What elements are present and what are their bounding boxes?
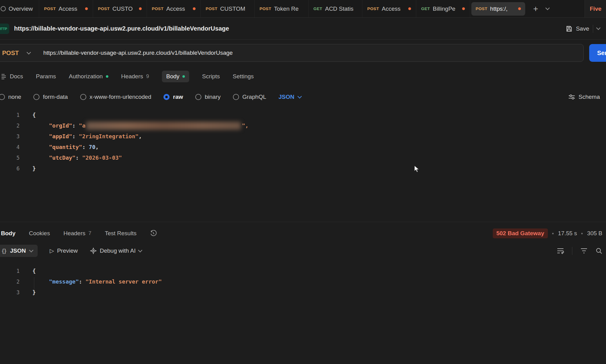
response-tab-headers[interactable]: Headers 7 xyxy=(63,230,91,237)
unsaved-dot xyxy=(462,7,465,10)
tab-title: BillingPe xyxy=(433,6,459,12)
code-line: 5 "utcDay": "2026-03-03" xyxy=(0,152,606,163)
schema-label: Schema xyxy=(578,94,600,100)
tab-docs[interactable]: Docs xyxy=(3,73,23,80)
tab-request[interactable]: POST Access xyxy=(362,0,416,17)
token: { xyxy=(32,268,36,274)
tab-method-label: POST xyxy=(152,6,163,11)
filter-icon xyxy=(580,248,588,254)
filter-button[interactable] xyxy=(580,248,588,254)
token: , xyxy=(95,144,99,150)
new-tab-button[interactable]: + xyxy=(533,5,538,13)
method-chevron-icon xyxy=(27,50,31,54)
method-dropdown[interactable]: POST xyxy=(0,50,38,57)
bodytype-urlencoded[interactable]: x-www-form-urlencoded xyxy=(80,94,152,100)
tab-request-active[interactable]: POST https:/, xyxy=(471,2,525,16)
tab-settings[interactable]: Settings xyxy=(233,73,254,80)
tab-request[interactable]: POST CUSTO xyxy=(93,0,147,17)
request-bar: POST https://billable-vendor-usage-api.u… xyxy=(0,40,606,66)
language-chevron-icon xyxy=(297,94,302,98)
preview-label: Preview xyxy=(57,247,78,254)
token-key: "quantity" xyxy=(49,144,82,150)
app-window: Overview POST Access POST CUSTO POST Acc… xyxy=(0,0,606,364)
code-line: 3 "appId": "2ringIntegration", xyxy=(0,131,606,142)
tab-request[interactable]: POST Access xyxy=(39,0,93,17)
response-tools xyxy=(557,247,606,255)
preview-button[interactable]: ▷ Preview xyxy=(50,247,78,254)
tab-method-label: POST xyxy=(206,6,217,11)
code-line: 2 "message": "Internal server error" xyxy=(0,276,606,287)
send-button[interactable]: Send xyxy=(589,44,606,62)
tab-request[interactable]: GET ACD Statis xyxy=(309,0,362,17)
tab-params[interactable]: Params xyxy=(36,73,56,80)
token: : xyxy=(82,144,89,150)
tab-request[interactable]: POST Token Re xyxy=(255,0,309,17)
tab-authorization[interactable]: Authorization xyxy=(69,73,108,80)
code-line: 2 "orgId": "a", xyxy=(0,120,606,131)
bodytype-binary[interactable]: binary xyxy=(195,94,221,100)
postbot-icon xyxy=(90,247,97,254)
code-line: 1 { xyxy=(0,266,606,276)
response-time: 17.55 s xyxy=(558,230,577,237)
token-key: "orgId" xyxy=(49,122,72,129)
format-chevron-icon xyxy=(29,248,33,252)
debug-with-ai-button[interactable]: Debug with AI xyxy=(90,247,142,254)
response-tab-cookies[interactable]: Cookies xyxy=(29,230,50,237)
bodytype-raw[interactable]: raw xyxy=(163,94,183,100)
environment-selector[interactable]: Five xyxy=(585,0,606,17)
history-button[interactable] xyxy=(150,230,157,237)
response-tab-test-results[interactable]: Test Results xyxy=(105,230,136,237)
bodytype-urlencoded-label: x-www-form-urlencoded xyxy=(90,94,152,100)
tab-scripts[interactable]: Scripts xyxy=(202,73,220,80)
tab-method-label: POST xyxy=(260,6,271,11)
save-button[interactable]: Save xyxy=(576,25,589,32)
response-tab-headers-label: Headers xyxy=(63,230,85,237)
send-label: Send xyxy=(597,50,606,57)
tab-overview[interactable]: Overview xyxy=(0,0,39,17)
wrap-text-icon xyxy=(557,247,564,254)
headers-count: 9 xyxy=(146,73,149,80)
response-tabs: Body Cookies Headers 7 Test Results xyxy=(3,230,157,237)
response-tab-body-label: Body xyxy=(1,230,16,237)
bodytype-graphql[interactable]: GraphQL xyxy=(233,94,266,100)
tab-method-label: POST xyxy=(44,6,56,11)
response-format-dropdown[interactable]: {} JSON xyxy=(0,245,38,257)
response-tab-body[interactable]: Body xyxy=(1,230,16,237)
bodytype-none[interactable]: none xyxy=(0,94,21,100)
token-key: "appId" xyxy=(49,133,72,139)
request-body-editor[interactable]: 1 { 2 "orgId": "a", 3 "appId": "2ringInt… xyxy=(0,107,606,222)
response-body-viewer[interactable]: 1 { 2 "message": "Internal server error"… xyxy=(0,259,606,298)
raw-language-dropdown[interactable]: JSON xyxy=(279,94,301,100)
tab-title: Overview xyxy=(9,6,34,12)
search-button[interactable] xyxy=(596,247,602,254)
save-options-chevron-icon[interactable] xyxy=(596,26,600,30)
wrap-text-button[interactable] xyxy=(557,247,564,254)
divider xyxy=(572,247,572,255)
tab-request[interactable]: GET BillingPe xyxy=(416,0,470,17)
line-number: 3 xyxy=(0,289,20,295)
save-controls: Save xyxy=(566,25,600,33)
url-input[interactable]: https://billable-vendor-usage-api.usw2.p… xyxy=(43,50,233,56)
tab-title: CUSTO xyxy=(112,6,136,12)
radio-icon xyxy=(195,94,201,100)
bodytype-form-data[interactable]: form-data xyxy=(33,94,68,100)
separator-dot xyxy=(552,233,554,234)
code-line: 3 } xyxy=(0,287,606,298)
bodytype-none-label: none xyxy=(8,94,21,100)
tab-body-active[interactable]: Body xyxy=(162,71,189,82)
save-icon xyxy=(566,25,572,32)
tab-headers[interactable]: Headers 9 xyxy=(121,73,149,80)
tab-request[interactable]: POST Access xyxy=(147,0,201,17)
status-badge[interactable]: 502 Bad Gateway xyxy=(493,228,548,238)
bodytype-graphql-label: GraphQL xyxy=(242,94,266,100)
tab-authorization-label: Authorization xyxy=(69,73,103,80)
history-icon xyxy=(150,230,157,237)
tab-headers-label: Headers xyxy=(121,73,143,80)
schema-button[interactable]: Schema xyxy=(568,94,600,100)
tab-request[interactable]: POST CUSTOM xyxy=(201,0,255,17)
http-type-icon: HTTP xyxy=(0,24,9,34)
request-tab-bar: Overview POST Access POST CUSTO POST Acc… xyxy=(0,0,606,18)
radio-icon xyxy=(233,94,239,100)
line-number: 5 xyxy=(0,155,20,161)
tab-list-chevron-icon[interactable] xyxy=(545,6,550,10)
